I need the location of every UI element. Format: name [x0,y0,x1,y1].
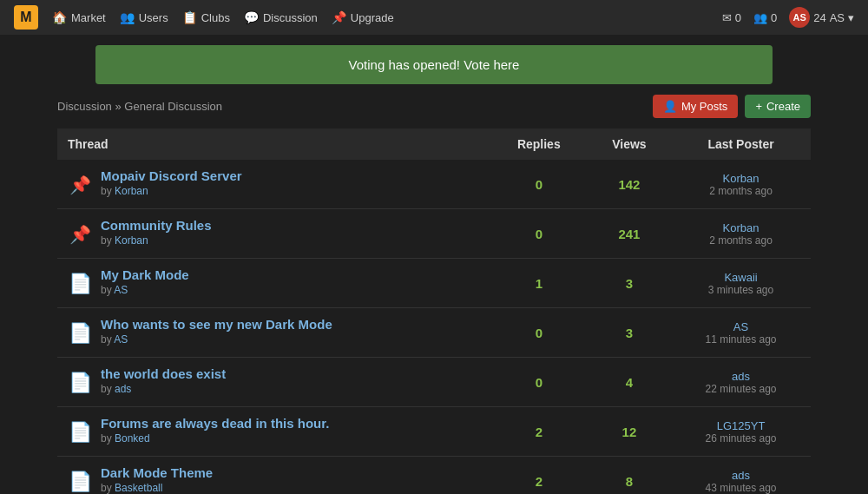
replies-cell-6: 2 [490,457,588,495]
thread-title-6[interactable]: Dark Mode Theme [101,465,213,480]
last-poster-name-4[interactable]: ads [681,370,800,383]
last-poster-name-0[interactable]: Korban [681,172,800,185]
nav-right: ✉ 0 👥 0 AS 24 AS ▾ [722,7,854,28]
main-container: Voting has opened! Vote here Discussion … [43,45,825,494]
create-button[interactable]: + Create [745,95,811,118]
thread-title-4[interactable]: the world does exist [101,366,226,381]
thread-table: Thread Replies Views Last Poster 📌 Mopai… [57,128,811,494]
author-link-5[interactable]: Bonked [115,432,150,445]
last-poster-cell-1: Korban 2 months ago [671,209,811,259]
views-cell-2: 3 [588,259,671,308]
author-link-1[interactable]: Korban [115,234,148,247]
breadcrumb: Discussion » General Discussion [57,100,222,113]
voting-banner[interactable]: Voting has opened! Vote here [95,45,773,84]
table-row: 📄 Dark Mode Theme by Basketball 2 8 ads … [57,457,811,495]
last-poster-time-1: 2 months ago [681,234,800,247]
author-link-2[interactable]: AS [114,284,128,296]
thread-author-4: by ads [101,383,226,395]
replies-cell-2: 1 [490,259,588,308]
nav-upgrade[interactable]: 📌 Upgrade [332,10,394,24]
views-cell-1: 241 [588,209,671,259]
author-link-4[interactable]: ads [115,383,131,395]
thread-title-5[interactable]: Forums are always dead in this hour. [101,416,329,431]
last-poster-name-2[interactable]: Kawaii [681,271,800,284]
nav-market[interactable]: 🏠 Market [52,10,106,24]
upgrade-icon: 📌 [332,10,346,24]
thread-cell-1: 📌 Community Rules by Korban [57,209,490,259]
views-cell-6: 8 [588,457,671,495]
doc-icon: 📄 [68,319,92,348]
last-poster-name-6[interactable]: ads [681,469,800,482]
last-poster-time-6: 43 minutes ago [681,482,800,494]
nav-discussion[interactable]: 💬 Discussion [244,10,318,24]
chevron-down-icon: ▾ [848,11,854,24]
nav-users[interactable]: 👥 Users [120,10,168,24]
views-cell-3: 3 [588,308,671,358]
last-poster-cell-4: ads 22 minutes ago [671,358,811,407]
last-poster-time-3: 11 minutes ago [681,333,800,346]
thread-cell-4: 📄 the world does exist by ads [57,358,490,407]
views-count-6: 8 [626,474,633,489]
last-poster-name-5[interactable]: LG125YT [681,419,800,432]
nav-notifications[interactable]: AS 24 AS ▾ [789,7,854,28]
views-count-5: 12 [622,425,637,439]
views-count-0: 142 [618,177,640,192]
thread-cell-6: 📄 Dark Mode Theme by Basketball [57,457,490,495]
nav-links: 🏠 Market 👥 Users 📋 Clubs 💬 Discussion 📌 … [52,10,394,24]
thread-list: 📌 Mopaiv Discord Server by Korban 0 142 … [57,160,811,494]
table-row: 📄 Forums are always dead in this hour. b… [57,407,811,457]
views-cell-4: 4 [588,358,671,407]
last-poster-header: Last Poster [671,128,811,160]
replies-cell-1: 0 [490,209,588,259]
replies-cell-3: 0 [490,308,588,358]
doc-icon: 📄 [68,269,92,299]
thread-info-3: Who wants to see my new Dark Mode by AS [101,317,332,346]
author-link-6[interactable]: Basketball [115,482,162,494]
nav-mail[interactable]: ✉ 0 [722,11,741,24]
replies-count-0: 0 [536,177,542,192]
doc-icon: 📄 [68,418,92,447]
thread-cell-5: 📄 Forums are always dead in this hour. b… [57,407,490,457]
author-link-3[interactable]: AS [114,333,128,346]
last-poster-cell-0: Korban 2 months ago [671,160,811,209]
thread-title-1[interactable]: Community Rules [101,218,212,233]
thread-author-5: by Bonked [101,432,329,445]
replies-count-3: 0 [536,326,542,340]
last-poster-cell-3: AS 11 minutes ago [671,308,811,358]
views-cell-0: 142 [588,160,671,209]
thread-title-3[interactable]: Who wants to see my new Dark Mode [101,317,332,332]
table-header: Thread Replies Views Last Poster [57,128,811,160]
plus-icon: + [755,100,762,113]
thread-cell-3: 📄 Who wants to see my new Dark Mode by A… [57,308,490,358]
online-icon: 👥 [753,11,767,24]
site-logo[interactable]: M [14,5,38,30]
last-poster-name-1[interactable]: Korban [681,221,800,234]
thread-title-2[interactable]: My Dark Mode [101,267,189,282]
thread-info-0: Mopaiv Discord Server by Korban [101,168,242,197]
nav-online-users[interactable]: 👥 0 [753,11,777,24]
action-buttons: 👤 My Posts + Create [653,95,811,118]
replies-cell-5: 2 [490,407,588,457]
table-row: 📌 Mopaiv Discord Server by Korban 0 142 … [57,160,811,209]
thread-info-1: Community Rules by Korban [101,218,212,247]
thread-header: Thread [57,128,490,160]
pin-icon: 📌 [68,220,92,249]
my-posts-button[interactable]: 👤 My Posts [653,95,738,118]
replies-count-5: 2 [536,425,542,439]
thread-title-0[interactable]: Mopaiv Discord Server [101,168,242,183]
top-bar: Discussion » General Discussion 👤 My Pos… [57,95,811,118]
replies-count-2: 1 [536,276,542,291]
breadcrumb-discussion[interactable]: Discussion [57,100,112,113]
thread-info-2: My Dark Mode by AS [101,267,189,296]
thread-cell-0: 📌 Mopaiv Discord Server by Korban [57,160,490,209]
thread-author-1: by Korban [101,234,212,247]
nav-clubs[interactable]: 📋 Clubs [182,10,230,24]
doc-icon: 📄 [68,467,92,494]
views-cell-5: 12 [588,407,671,457]
last-poster-name-3[interactable]: AS [681,320,800,333]
navbar: M 🏠 Market 👥 Users 📋 Clubs 💬 Discussion … [0,0,868,35]
last-poster-cell-6: ads 43 minutes ago [671,457,811,495]
table-row: 📌 Community Rules by Korban 0 241 Korban… [57,209,811,259]
last-poster-time-4: 22 minutes ago [681,383,800,395]
author-link-0[interactable]: Korban [115,185,148,197]
